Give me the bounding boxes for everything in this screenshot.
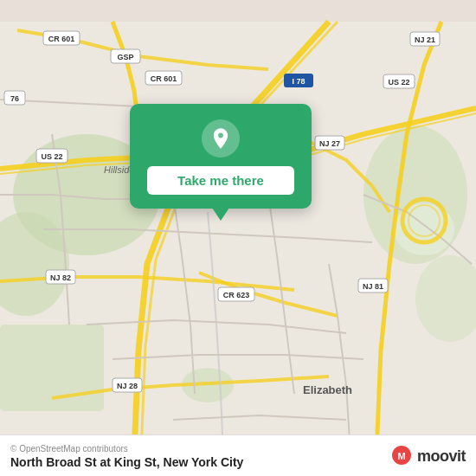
moovit-logo: M moovit (389, 445, 466, 469)
svg-text:NJ 82: NJ 82 (50, 273, 71, 282)
svg-text:76: 76 (10, 94, 19, 103)
svg-text:CR 601: CR 601 (48, 35, 75, 43)
bottom-bar: © OpenStreetMap contributors North Broad… (0, 434, 476, 476)
svg-text:Elizabeth: Elizabeth (303, 383, 352, 396)
svg-text:US 22: US 22 (41, 152, 62, 161)
map-svg: CR 601 CR 601 I 78 US 22 US 22 NJ 27 NJ … (0, 0, 476, 476)
svg-text:NJ 27: NJ 27 (319, 139, 340, 148)
location-pin-icon (202, 119, 240, 158)
svg-text:GSP: GSP (117, 53, 133, 61)
location-label: North Broad St at King St, New York City (10, 455, 243, 469)
copyright-text: © OpenStreetMap contributors (10, 444, 243, 453)
svg-text:M: M (397, 451, 405, 461)
svg-text:I 78: I 78 (292, 77, 305, 86)
svg-text:CR 601: CR 601 (151, 74, 177, 83)
moovit-icon: M (389, 445, 414, 469)
moovit-text: moovit (417, 447, 466, 466)
svg-text:NJ 28: NJ 28 (117, 382, 138, 390)
take-me-there-button[interactable]: Take me there (147, 166, 294, 195)
svg-text:NJ 21: NJ 21 (415, 35, 435, 44)
svg-text:US 22: US 22 (388, 78, 409, 87)
map-container: CR 601 CR 601 I 78 US 22 US 22 NJ 27 NJ … (0, 0, 476, 476)
popup-card: Take me there (130, 104, 312, 209)
svg-text:NJ 81: NJ 81 (363, 282, 383, 291)
svg-text:CR 623: CR 623 (223, 291, 250, 299)
bottom-left: © OpenStreetMap contributors North Broad… (10, 444, 243, 469)
